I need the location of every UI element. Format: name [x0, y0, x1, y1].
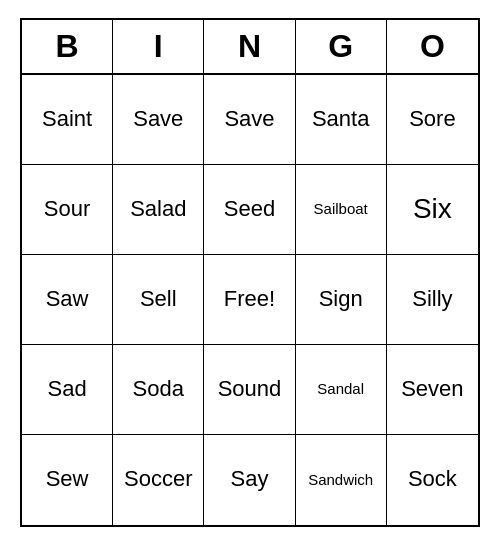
cell-text: Santa [312, 106, 370, 132]
cell-text: Sock [408, 466, 457, 492]
cell-r1-c2: Seed [204, 165, 295, 255]
cell-text: Salad [130, 196, 186, 222]
cell-r0-c1: Save [113, 75, 204, 165]
cell-text: Silly [412, 286, 452, 312]
cell-r2-c1: Sell [113, 255, 204, 345]
cell-text: Saw [46, 286, 89, 312]
cell-r0-c2: Save [204, 75, 295, 165]
cell-r0-c4: Sore [387, 75, 478, 165]
cell-text: Saint [42, 106, 92, 132]
header-letter: I [113, 20, 204, 73]
header-letter: B [22, 20, 113, 73]
bingo-card: BINGO SaintSaveSaveSantaSoreSourSaladSee… [20, 18, 480, 527]
cell-r0-c0: Saint [22, 75, 113, 165]
cell-r2-c2: Free! [204, 255, 295, 345]
cell-r3-c1: Soda [113, 345, 204, 435]
cell-r1-c4: Six [387, 165, 478, 255]
cell-text: Sandal [317, 380, 364, 398]
header-letter: N [204, 20, 295, 73]
cell-text: Soda [133, 376, 184, 402]
cell-r0-c3: Santa [296, 75, 387, 165]
cell-text: Sew [46, 466, 89, 492]
cell-r3-c4: Seven [387, 345, 478, 435]
cell-text: Free! [224, 286, 275, 312]
cell-text: Sad [48, 376, 87, 402]
cell-r4-c4: Sock [387, 435, 478, 525]
bingo-header: BINGO [22, 20, 478, 75]
cell-text: Sign [319, 286, 363, 312]
header-letter: O [387, 20, 478, 73]
cell-r4-c1: Soccer [113, 435, 204, 525]
cell-r2-c3: Sign [296, 255, 387, 345]
cell-text: Sell [140, 286, 177, 312]
cell-text: Soccer [124, 466, 192, 492]
cell-r1-c1: Salad [113, 165, 204, 255]
cell-r3-c0: Sad [22, 345, 113, 435]
header-letter: G [296, 20, 387, 73]
cell-r4-c2: Say [204, 435, 295, 525]
cell-text: Six [413, 192, 452, 226]
cell-r2-c0: Saw [22, 255, 113, 345]
cell-text: Sailboat [314, 200, 368, 218]
cell-r4-c0: Sew [22, 435, 113, 525]
cell-text: Seven [401, 376, 463, 402]
cell-text: Say [231, 466, 269, 492]
cell-text: Save [133, 106, 183, 132]
cell-r3-c2: Sound [204, 345, 295, 435]
cell-r4-c3: Sandwich [296, 435, 387, 525]
cell-text: Sour [44, 196, 90, 222]
cell-r1-c3: Sailboat [296, 165, 387, 255]
cell-r1-c0: Sour [22, 165, 113, 255]
cell-text: Seed [224, 196, 275, 222]
bingo-body: SaintSaveSaveSantaSoreSourSaladSeedSailb… [22, 75, 478, 525]
cell-text: Sound [218, 376, 282, 402]
cell-text: Sore [409, 106, 455, 132]
cell-r2-c4: Silly [387, 255, 478, 345]
cell-text: Sandwich [308, 471, 373, 489]
cell-r3-c3: Sandal [296, 345, 387, 435]
cell-text: Save [224, 106, 274, 132]
